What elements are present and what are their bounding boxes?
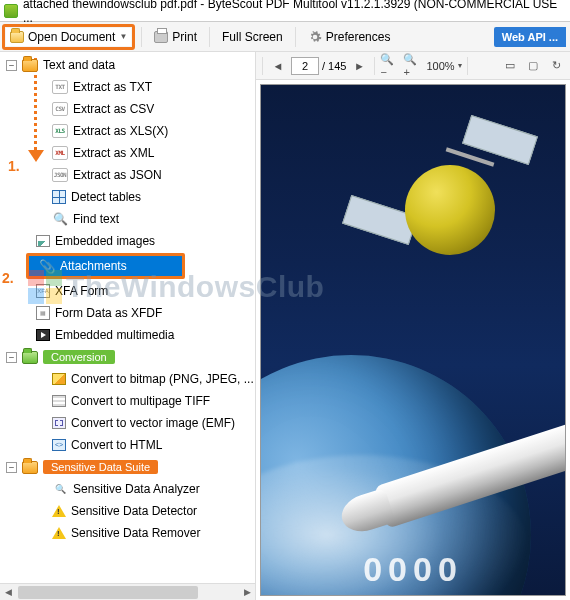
form-icon: XFA — [36, 284, 50, 298]
tree-label: Form Data as XFDF — [55, 306, 162, 320]
tree-item-find-text[interactable]: 🔍 Find text — [4, 208, 255, 230]
tree-label: Sensitive Data Analyzer — [73, 482, 200, 496]
json-icon: JSON — [52, 168, 68, 182]
prev-page-button[interactable]: ◄ — [268, 56, 288, 76]
image-icon — [36, 235, 50, 247]
zoom-dropdown-icon[interactable]: ▾ — [458, 61, 462, 70]
tree-label: Convert to bitmap (PNG, JPEG, ... — [71, 372, 254, 386]
tree-item-embedded-multimedia[interactable]: Embedded multimedia — [4, 324, 255, 346]
folder-icon — [22, 351, 38, 364]
warning-icon — [52, 505, 66, 517]
tree-label: Convert to vector image (EMF) — [71, 416, 235, 430]
rotate-button[interactable]: ↻ — [546, 56, 566, 76]
tree-item-extract-json[interactable]: JSON Extract as JSON — [4, 164, 255, 186]
main-toolbar: Open Document ▼ Print Full Screen Prefer… — [0, 22, 570, 52]
html-icon: <> — [52, 439, 66, 451]
dropdown-arrow-icon: ▼ — [119, 32, 127, 41]
tree-label: Text and data — [43, 58, 115, 72]
print-button[interactable]: Print — [148, 27, 203, 47]
tree-item-sensitive-analyzer[interactable]: 🔍 Sensitive Data Analyzer — [4, 478, 255, 500]
window-title: attached thewindowsclub pdf.pdf - ByteSc… — [23, 0, 566, 25]
web-api-label: Web API ... — [502, 31, 558, 43]
printer-icon — [154, 31, 168, 43]
tree-label: Extract as TXT — [73, 80, 152, 94]
folder-icon — [22, 461, 38, 474]
tree-label: Find text — [73, 212, 119, 226]
fit-width-button[interactable]: ▭ — [500, 56, 520, 76]
tree-item-form-data-xfdf[interactable]: ▦ Form Data as XFDF — [4, 302, 255, 324]
warning-icon — [52, 527, 66, 539]
full-screen-label: Full Screen — [222, 30, 283, 44]
scroll-right-icon[interactable]: ▶ — [239, 587, 255, 597]
toolbar-separator — [141, 27, 142, 47]
tree-item-extract-csv[interactable]: CSV Extract as CSV — [4, 98, 255, 120]
tree-label: Attachments — [60, 259, 127, 273]
tree-item-sensitive-remover[interactable]: Sensitive Data Remover — [4, 522, 255, 544]
print-label: Print — [172, 30, 197, 44]
full-screen-button[interactable]: Full Screen — [216, 27, 289, 47]
document-preview[interactable]: 0000 — [260, 84, 566, 596]
preferences-label: Preferences — [326, 30, 391, 44]
tree-item-extract-xml[interactable]: XML Extract as XML — [4, 142, 255, 164]
tree-label: Conversion — [43, 350, 115, 364]
tree-label: Sensitive Data Suite — [43, 460, 158, 474]
tree-item-convert-bitmap[interactable]: Convert to bitmap (PNG, JPEG, ... — [4, 368, 255, 390]
preview-pane: ◄ / 145 ► 🔍− 🔍+ 100% ▾ ▭ ▢ ↻ — [256, 52, 570, 600]
tree-category-conversion[interactable]: − Conversion — [4, 346, 255, 368]
folder-icon — [22, 59, 38, 72]
collapse-icon[interactable]: − — [6, 462, 17, 473]
tree-category-text-and-data[interactable]: − Text and data — [4, 54, 255, 76]
folder-icon — [10, 31, 24, 43]
binoculars-icon: 🔍 — [52, 211, 68, 227]
tree-item-extract-xls[interactable]: XLS Extract as XLS(X) — [4, 120, 255, 142]
tree-label: Convert to multipage TIFF — [71, 394, 210, 408]
paperclip-icon: 📎 — [39, 258, 55, 274]
tree-label: Sensitive Data Detector — [71, 504, 197, 518]
preview-year-text: 0000 — [261, 550, 565, 589]
tree-item-sensitive-detector[interactable]: Sensitive Data Detector — [4, 500, 255, 522]
bitmap-icon — [52, 373, 66, 385]
tree-item-convert-tiff[interactable]: Convert to multipage TIFF — [4, 390, 255, 412]
tree-item-convert-html[interactable]: <> Convert to HTML — [4, 434, 255, 456]
page-number-input[interactable] — [291, 57, 319, 75]
scroll-thumb[interactable] — [18, 586, 198, 599]
csv-icon: CSV — [52, 102, 68, 116]
toolbar-separator — [295, 27, 296, 47]
horizontal-scrollbar[interactable]: ◀ ▶ — [0, 583, 255, 600]
xls-icon: XLS — [52, 124, 68, 138]
collapse-icon[interactable]: − — [6, 60, 17, 71]
main-area: 1. − Text and data TXT Extract as TXT CS… — [0, 52, 570, 600]
tree-item-embedded-images[interactable]: Embedded images — [4, 230, 255, 252]
table-icon — [52, 190, 66, 204]
tree-item-detect-tables[interactable]: Detect tables — [4, 186, 255, 208]
tree-label: Extract as XML — [73, 146, 154, 160]
tree-label: Extract as JSON — [73, 168, 162, 182]
zoom-out-button[interactable]: 🔍− — [380, 56, 400, 76]
zoom-in-button[interactable]: 🔍+ — [403, 56, 423, 76]
tree-label: Embedded images — [55, 234, 155, 248]
preferences-button[interactable]: Preferences — [302, 27, 397, 47]
sidebar-tree: 1. − Text and data TXT Extract as TXT CS… — [0, 52, 255, 546]
form-icon: ▦ — [36, 306, 50, 320]
collapse-icon[interactable]: − — [6, 352, 17, 363]
tree-label: Embedded multimedia — [55, 328, 174, 342]
xml-icon: XML — [52, 146, 68, 160]
toolbar-separator — [209, 27, 210, 47]
open-document-label: Open Document — [28, 30, 115, 44]
sidebar-tree-pane: 1. − Text and data TXT Extract as TXT CS… — [0, 52, 256, 600]
web-api-button[interactable]: Web API ... — [494, 27, 566, 47]
scroll-left-icon[interactable]: ◀ — [0, 587, 16, 597]
tree-item-extract-txt[interactable]: TXT Extract as TXT — [4, 76, 255, 98]
next-page-button[interactable]: ► — [349, 56, 369, 76]
tree-category-sensitive[interactable]: − Sensitive Data Suite — [4, 456, 255, 478]
gear-icon — [308, 30, 322, 44]
tree-item-convert-vector[interactable]: Convert to vector image (EMF) — [4, 412, 255, 434]
txt-icon: TXT — [52, 80, 68, 94]
open-document-button[interactable]: Open Document ▼ — [6, 28, 131, 46]
window-titlebar: attached thewindowsclub pdf.pdf - ByteSc… — [0, 0, 570, 22]
fit-page-button[interactable]: ▢ — [523, 56, 543, 76]
tree-label: Extract as CSV — [73, 102, 154, 116]
tree-label: Sensitive Data Remover — [71, 526, 200, 540]
tree-item-xfa-form[interactable]: XFA XFA Form — [4, 280, 255, 302]
tree-item-attachments[interactable]: 📎 Attachments — [29, 256, 182, 276]
